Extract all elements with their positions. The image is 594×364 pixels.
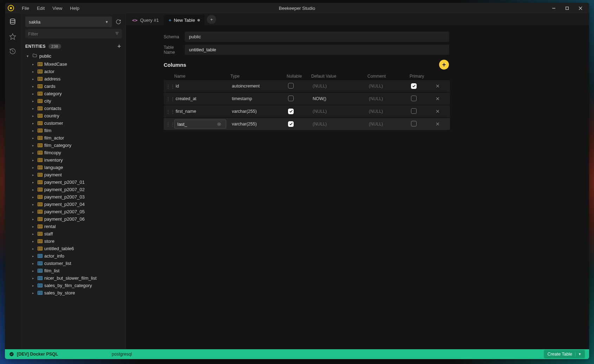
- col-header-comment: Comment: [367, 74, 410, 79]
- chevron-right-icon: ▸: [32, 269, 36, 273]
- table-row[interactable]: ▸rental: [20, 223, 125, 230]
- column-comment[interactable]: (NULL): [367, 84, 410, 89]
- tab-new-table[interactable]: +New Table: [164, 15, 205, 25]
- table-row[interactable]: ▸customer: [20, 119, 125, 127]
- column-name[interactable]: first_name: [174, 109, 230, 114]
- add-column-button[interactable]: +: [439, 60, 449, 70]
- drag-handle-icon[interactable]: ⋮⋮: [167, 109, 174, 114]
- table-row[interactable]: ▸nicer_but_slower_film_list: [20, 274, 125, 282]
- column-default[interactable]: (NULL): [311, 109, 367, 114]
- table-row[interactable]: ▸untitled_table6: [20, 245, 125, 252]
- checkbox[interactable]: [288, 96, 294, 101]
- minimize-button[interactable]: [548, 4, 560, 12]
- schema-row[interactable]: ▾ public: [20, 52, 125, 60]
- tablename-input[interactable]: [189, 47, 445, 52]
- table-row[interactable]: ▸film_actor: [20, 134, 125, 142]
- column-type[interactable]: varchar(255): [230, 122, 287, 126]
- tab-query-1[interactable]: <>Query #1: [127, 15, 164, 25]
- table-row[interactable]: ▸staff: [20, 230, 125, 238]
- table-row[interactable]: ▸contacts: [20, 105, 125, 112]
- checkbox[interactable]: [411, 108, 417, 114]
- column-type[interactable]: autoincrement: [230, 84, 287, 89]
- table-row[interactable]: ▸payment_p2007_06: [20, 215, 125, 223]
- column-comment[interactable]: (NULL): [367, 122, 410, 126]
- table-row[interactable]: ▸sales_by_film_category: [20, 282, 125, 289]
- refresh-button[interactable]: [115, 19, 122, 25]
- table-row[interactable]: ▸country: [20, 112, 125, 119]
- column-type[interactable]: timestamp: [230, 96, 287, 101]
- table-row[interactable]: ▸store: [20, 238, 125, 245]
- column-default[interactable]: NOW(): [311, 96, 367, 101]
- delete-column-button[interactable]: ✕: [431, 109, 445, 114]
- table-row[interactable]: ▸customer_list: [20, 260, 125, 267]
- svg-rect-94: [38, 188, 43, 191]
- maximize-button[interactable]: [561, 4, 573, 12]
- table-row[interactable]: ▸cards: [20, 83, 125, 90]
- chevron-right-icon: ▸: [32, 210, 36, 214]
- column-comment[interactable]: (NULL): [367, 96, 410, 101]
- column-name[interactable]: created_at: [174, 96, 230, 101]
- column-primary: [410, 108, 431, 115]
- tablename-field[interactable]: [185, 45, 449, 55]
- table-row[interactable]: ▸film_list: [20, 267, 125, 274]
- table-row[interactable]: ▸actor_info: [20, 252, 125, 260]
- checkbox[interactable]: [288, 121, 294, 127]
- status-connection[interactable]: [DEV] Docker PSQL: [9, 352, 58, 357]
- table-row[interactable]: ▸payment_p2007_03: [20, 193, 125, 201]
- table-row[interactable]: ▸filmcopy: [20, 149, 125, 156]
- checkbox[interactable]: [288, 109, 294, 114]
- svg-rect-139: [38, 254, 43, 258]
- delete-column-button[interactable]: ✕: [431, 96, 445, 102]
- table-row[interactable]: ▸film_category: [20, 142, 125, 149]
- entity-tree[interactable]: ▾ public ▸MixedCase▸actor▸address▸cards▸…: [20, 52, 125, 349]
- filter-options-icon[interactable]: [115, 31, 119, 37]
- table-row[interactable]: ▸payment: [20, 171, 125, 178]
- entities-count: 238: [48, 44, 61, 49]
- table-row[interactable]: ▸payment_p2007_01: [20, 178, 125, 186]
- column-type[interactable]: varchar(255): [230, 109, 287, 114]
- delete-column-button[interactable]: ✕: [431, 121, 445, 127]
- table-row[interactable]: ▸payment_p2007_02: [20, 186, 125, 193]
- create-table-button[interactable]: Create Table ▼: [544, 350, 585, 358]
- checkbox[interactable]: [411, 121, 417, 126]
- menu-bar: FileEditViewHelp: [18, 4, 83, 12]
- column-comment[interactable]: (NULL): [367, 109, 410, 114]
- chevron-down-icon[interactable]: ▼: [575, 352, 581, 356]
- star-icon[interactable]: [8, 32, 17, 41]
- checkbox[interactable]: [411, 83, 417, 89]
- checkbox[interactable]: [411, 96, 417, 101]
- table-row[interactable]: ▸language: [20, 164, 125, 171]
- column-default[interactable]: (NULL): [311, 122, 367, 126]
- connection-select[interactable]: saklia ▼: [25, 17, 112, 27]
- drag-handle-icon[interactable]: ⋮⋮: [167, 84, 174, 89]
- checkbox[interactable]: [288, 83, 294, 89]
- history-icon[interactable]: [8, 47, 17, 56]
- table-row[interactable]: ▸film: [20, 127, 125, 134]
- drag-handle-icon[interactable]: ⋮⋮: [167, 122, 174, 127]
- delete-column-button[interactable]: ✕: [431, 83, 445, 89]
- table-row[interactable]: ▸MixedCase: [20, 60, 125, 68]
- table-row[interactable]: ▸sales_by_store: [20, 289, 125, 297]
- close-button[interactable]: [574, 4, 586, 12]
- table-name: untitled_table6: [44, 246, 74, 251]
- menu-help[interactable]: Help: [66, 4, 83, 12]
- menu-file[interactable]: File: [18, 4, 33, 12]
- column-default[interactable]: (NULL): [311, 84, 367, 89]
- table-row[interactable]: ▸city: [20, 97, 125, 105]
- table-row[interactable]: ▸address: [20, 75, 125, 83]
- filter-input[interactable]: [28, 31, 115, 37]
- table-row[interactable]: ▸category: [20, 90, 125, 97]
- menu-edit[interactable]: Edit: [33, 4, 48, 12]
- table-row[interactable]: ▸inventory: [20, 156, 125, 164]
- clear-input-icon[interactable]: ⊗: [217, 121, 221, 127]
- database-icon[interactable]: [8, 18, 17, 26]
- menu-view[interactable]: View: [49, 4, 66, 12]
- table-row[interactable]: ▸payment_p2007_05: [20, 208, 125, 215]
- column-name[interactable]: id: [174, 84, 230, 89]
- add-tab-button[interactable]: +: [207, 15, 216, 24]
- table-row[interactable]: ▸payment_p2007_04: [20, 201, 125, 208]
- drag-handle-icon[interactable]: ⋮⋮: [167, 96, 174, 102]
- add-entity-button[interactable]: +: [117, 43, 121, 50]
- table-row[interactable]: ▸actor: [20, 68, 125, 75]
- schema-field[interactable]: public: [185, 32, 449, 42]
